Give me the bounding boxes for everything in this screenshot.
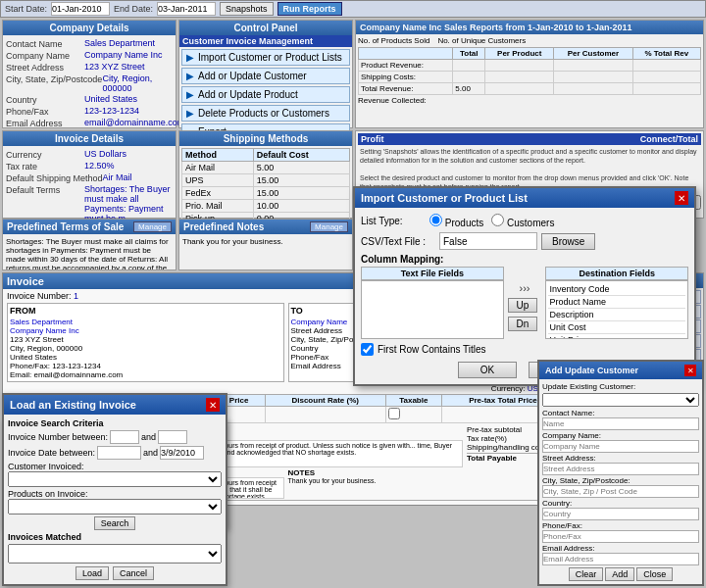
import-dialog: Import Customer or Product List ✕ List T… (353, 186, 696, 386)
shipping-row: UPS15.00 (182, 174, 350, 187)
control-panel: Control Panel Customer Invoice Managemen… (178, 20, 353, 128)
lei-inv-num-to[interactable] (158, 430, 187, 444)
field-value: City, Region, 000000 (102, 74, 173, 93)
arrow-icon: ▶ (186, 89, 194, 100)
lei-cancel-button[interactable]: Cancel (113, 566, 154, 580)
arrow-icon: ▶ (186, 71, 194, 81)
import-ok-button[interactable]: OK (458, 362, 517, 378)
dest-field-item: Product Name (548, 296, 685, 309)
lei-load-button[interactable]: Load (76, 566, 109, 580)
no-sold-label: No. of Products Sold (358, 36, 429, 45)
company-field-row: Contact NameSales Department (6, 38, 173, 49)
radio-products-label[interactable]: Products (429, 214, 483, 228)
field-value: Sales Department (84, 38, 173, 48)
manage-notes-button[interactable]: Manage (310, 221, 348, 232)
invoice-number: 1 (74, 291, 78, 301)
invoice-from: FROM Sales Department Company Name Inc 1… (7, 303, 284, 382)
auc-field-input[interactable] (542, 530, 699, 543)
radio-customers-label[interactable]: Customers (491, 214, 554, 228)
shipping-methods-title: Shipping Methods (179, 131, 352, 146)
start-label: Start Date: (5, 4, 47, 14)
lei-results-select[interactable] (8, 544, 222, 564)
control-panel-title: Control Panel (179, 21, 352, 35)
run-reports-button[interactable]: Run Reports (277, 2, 342, 16)
auc-customer-select[interactable] (542, 393, 699, 407)
lei-close[interactable]: ✕ (206, 398, 220, 412)
company-details-title: Company Details (3, 21, 176, 35)
field-value: Company Name Inc (84, 50, 173, 60)
add-update-customer-dialog: Add Update Customer ✕ Update Existing Cu… (537, 360, 704, 586)
control-panel-button[interactable]: ▶Add or Update Product (181, 86, 350, 103)
auc-close-button[interactable]: Close (636, 567, 673, 581)
radio-customers[interactable] (491, 214, 504, 226)
csv-input[interactable] (439, 232, 537, 250)
dest-fields-list[interactable]: Inventory CodeProduct NameDescriptionUni… (545, 280, 688, 339)
lei-customer-select[interactable] (8, 471, 222, 487)
field-value: 123 XYZ Street (84, 62, 173, 72)
field-label: Email Address (6, 118, 84, 128)
sales-report-title: Company Name Inc Sales Reports from 1-Ja… (356, 21, 703, 34)
lei-matched-label: Invoices Matched (8, 532, 222, 542)
auc-field-row: Email Address: (542, 544, 699, 565)
dn-button[interactable]: Dn (508, 317, 538, 331)
cp-subtitle: Customer Invoice Management (179, 35, 352, 47)
field-label: City, State, Zip/Postcode (6, 74, 102, 84)
auc-field-input[interactable] (542, 553, 699, 565)
text-file-fields-label: Text File Fields (361, 267, 504, 280)
lei-search-button[interactable]: Search (94, 516, 136, 530)
auc-close[interactable]: ✕ (684, 365, 696, 376)
lei-customer-label: Customer Invoiced: (8, 462, 222, 471)
column-mapping-label: Column Mapping: (361, 254, 688, 265)
up-button[interactable]: Up (508, 298, 538, 313)
snapshots-button[interactable]: Snapshots (220, 2, 274, 16)
manage-terms-button[interactable]: Manage (133, 221, 172, 232)
lei-inv-num-from[interactable] (110, 430, 139, 444)
auc-field-input[interactable] (542, 485, 699, 498)
company-field-row: CountryUnited States (6, 94, 173, 105)
browse-button[interactable]: Browse (541, 233, 595, 250)
arrow-icon: ▶ (186, 52, 194, 63)
auc-update-label: Update Existing Customer: (542, 382, 699, 391)
destination-fields-label: Destination Fields (545, 267, 688, 280)
item-taxable-checkbox[interactable] (388, 408, 400, 419)
shipping-row: FedEx15.00 (182, 187, 350, 200)
field-label: Street Address (6, 62, 84, 73)
csv-label: CSV/Text File : (361, 236, 439, 247)
dest-field-item: Unit Cost (548, 321, 685, 334)
text-fields-list[interactable] (361, 280, 504, 339)
company-field-row: Phone/Fax123-123-1234 (6, 106, 173, 117)
auc-field-input[interactable] (542, 463, 699, 475)
control-panel-button[interactable]: ▶Add or Update Customer (181, 68, 350, 84)
auc-field-input[interactable] (542, 508, 699, 520)
auc-field-row: Company Name: (542, 431, 699, 453)
dest-field-item: Inventory Code (548, 283, 685, 296)
start-date-input[interactable] (51, 2, 110, 16)
invoice-notes: Thank you for your business. (288, 477, 566, 484)
end-date-input[interactable] (157, 2, 216, 16)
control-panel-button[interactable]: ▶Delete Products or Customers (181, 105, 350, 122)
auc-clear-button[interactable]: Clear (569, 567, 604, 581)
list-type-label: List Type: (361, 216, 429, 226)
company-details-panel: Company Details Contact NameSales Depart… (2, 20, 176, 128)
company-field-row: City, State, Zip/PostcodeCity, Region, 0… (6, 74, 173, 93)
field-value: email@domainname.com (84, 118, 184, 127)
predefined-notes-panel: Predefined Notes Manage Thank you for yo… (178, 219, 353, 270)
predefined-terms-header: Predefined Terms of Sale Manage (3, 220, 176, 234)
auc-field-input[interactable] (542, 417, 699, 430)
company-field-row: Street Address123 XYZ Street (6, 62, 173, 73)
lei-date-to[interactable] (160, 446, 204, 460)
arrow-label: ››› (520, 282, 530, 294)
auc-add-button[interactable]: Add (605, 567, 634, 581)
lei-date-from[interactable] (97, 446, 141, 460)
field-value: United States (84, 94, 173, 104)
control-panel-button[interactable]: ▶Import Customer or Product Lists (181, 49, 350, 66)
import-dialog-close[interactable]: ✕ (675, 191, 688, 205)
no-unique-label: No. of Unique Customers (437, 36, 526, 45)
lei-date-label: Invoice Date between: (8, 448, 95, 458)
auc-field-input[interactable] (542, 440, 699, 453)
radio-products[interactable] (429, 214, 442, 226)
shipping-methods-panel: Shipping Methods MethodDefault CostAir M… (178, 130, 353, 219)
first-row-checkbox[interactable] (361, 343, 374, 356)
auc-field-row: Street Address: (542, 454, 699, 475)
lei-products-select[interactable] (8, 499, 222, 514)
